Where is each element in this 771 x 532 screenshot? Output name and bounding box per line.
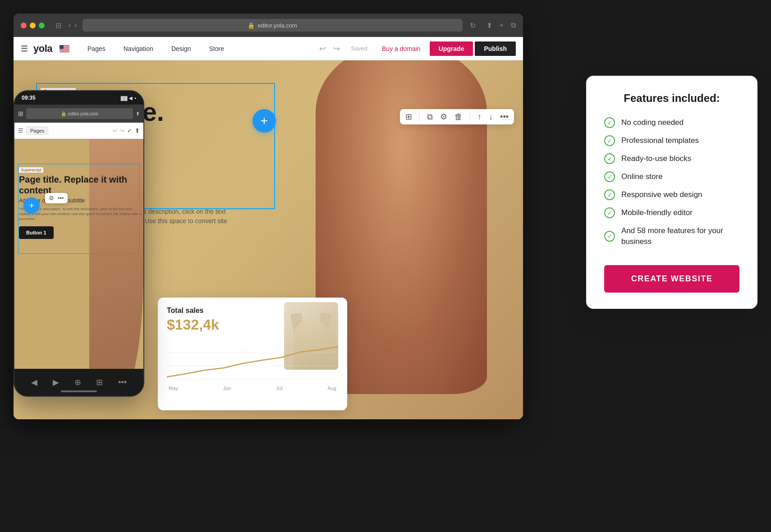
signal-icon: ▓▓ [121, 96, 128, 101]
phone-tabs-icon[interactable]: ⊞ [96, 377, 103, 387]
phone-home-indicator [61, 390, 97, 392]
svg-rect-7 [60, 45, 64, 49]
nav-back-icon[interactable]: ‹ [69, 21, 71, 29]
phone-add-tab-icon[interactable]: ⊕ [74, 377, 81, 387]
wifi-icon: ◀ [129, 96, 133, 101]
features-panel: Features included: ✓ No coding needed ✓ … [586, 76, 757, 309]
phone-forward-icon[interactable]: ▶ [53, 377, 59, 387]
maximize-button[interactable] [39, 23, 45, 28]
phone-page-title[interactable]: Page title. Replace it with content [19, 174, 143, 196]
nav-design[interactable]: Design [162, 37, 200, 60]
minimize-button[interactable] [30, 23, 36, 28]
close-button[interactable] [21, 23, 27, 28]
undo-button[interactable]: ↩ [316, 41, 330, 56]
phone-share-icon[interactable]: ⬆ [136, 111, 140, 117]
phone-screen: ⊞ 🔒 editor.yola.com ⬆ ☰ Pages ↩ ↪ ✓ ⬆ + [14, 105, 143, 369]
sales-months: May Jun Jul Aug [167, 385, 338, 391]
phone-canvas: + ⚙ ••• Superscript Page title. Replace … [14, 139, 143, 369]
toolbar-nav: Pages Navigation Design Store [78, 37, 233, 60]
language-flag[interactable] [60, 45, 69, 52]
phone-superscript: Superscript [19, 167, 43, 173]
upgrade-button[interactable]: Upgrade [430, 41, 473, 56]
features-title: Features included: [604, 92, 739, 105]
phone-lock-icon: 🔒 [61, 111, 66, 116]
new-tab-icon[interactable]: + [500, 21, 504, 30]
phone-address-bar[interactable]: 🔒 editor.yola.com [26, 108, 133, 119]
phone-more-nav-icon[interactable]: ••• [118, 378, 127, 387]
feature-text-3: Ready-to-use blocks [621, 153, 691, 164]
feature-item-2: ✓ Professional templates [604, 135, 739, 146]
nav-store[interactable]: Store [200, 37, 233, 60]
redo-button[interactable]: ↪ [330, 41, 344, 56]
delete-icon[interactable]: 🗑 [454, 112, 463, 122]
phone-status-icons: ▓▓ ◀ ▪ [121, 96, 136, 101]
feature-text-7: And 58 more features for your business [621, 225, 739, 247]
phone-check-icon[interactable]: ✓ [127, 127, 132, 134]
phone-cta-button[interactable]: Button 1 [19, 226, 54, 239]
phone-app-menu-icon[interactable]: ☰ [18, 127, 23, 134]
settings-icon[interactable]: ⚙ [440, 112, 447, 122]
sales-card: Total sales $132,4k [158, 298, 347, 410]
check-icon-7: ✓ [604, 231, 615, 242]
nav-forward-icon[interactable]: › [74, 21, 77, 29]
publish-button[interactable]: Publish [475, 41, 516, 56]
buy-domain-button[interactable]: Buy a domain [375, 45, 428, 52]
app-toolbar: ☰ yola Pages Navigation Design Store ↩ ↪… [14, 37, 523, 60]
nav-navigation[interactable]: Navigation [115, 37, 162, 60]
add-section-button[interactable]: + [252, 109, 276, 133]
duplicate-icon[interactable]: ⧉ [427, 112, 433, 122]
phone-undo-icon[interactable]: ↩ [113, 128, 117, 134]
sales-chart [167, 339, 338, 384]
phone-time: 09:35 [22, 95, 36, 101]
create-website-button[interactable]: CREATE WEBSITE [604, 265, 739, 293]
phone-redo-icon[interactable]: ↪ [120, 128, 124, 134]
feature-text-1: No coding needed [621, 117, 684, 128]
tabs-icon[interactable]: ⧉ [511, 21, 516, 30]
svg-rect-4 [60, 49, 69, 49]
menu-icon[interactable]: ☰ [21, 44, 28, 54]
nav-pages[interactable]: Pages [78, 37, 115, 60]
reload-icon[interactable]: ↻ [468, 19, 477, 32]
phone-back-icon[interactable]: ◀ [31, 377, 37, 387]
phone-menu-icon[interactable]: ⊞ [18, 110, 23, 117]
image-icon[interactable]: ⊞ [405, 112, 412, 122]
phone-share-button[interactable]: ⬆ [135, 127, 140, 134]
phone-url: editor.yola.com [68, 111, 98, 116]
yola-logo: yola [33, 43, 52, 55]
more-icon[interactable]: ••• [500, 112, 509, 122]
phone-browser-toolbar: ⊞ 🔒 editor.yola.com ⬆ [14, 105, 143, 123]
phone-more-icon[interactable]: ••• [58, 195, 64, 202]
sidebar-toggle-icon[interactable]: ⊟ [54, 19, 63, 32]
phone-settings-icon[interactable]: ⚙ [49, 195, 54, 202]
phone-pages-button[interactable]: Pages [26, 127, 48, 135]
battery-icon: ▪ [134, 96, 136, 101]
check-icon-2: ✓ [604, 135, 615, 146]
browser-nav: ‹ › [69, 21, 77, 29]
phone-status-bar: 09:35 ▓▓ ◀ ▪ [14, 91, 143, 105]
address-bar[interactable]: 🔒 editor.yola.com [83, 19, 463, 32]
feature-item-5: ✓ Responsive web design [604, 189, 739, 200]
feature-item-7: ✓ And 58 more features for your business [604, 225, 739, 247]
check-icon-6: ✓ [604, 207, 615, 218]
feature-text-6: Mobile-friendly editor [621, 207, 693, 218]
check-icon-1: ✓ [604, 117, 615, 128]
check-icon-3: ✓ [604, 153, 615, 164]
saved-status: Saved [351, 45, 367, 52]
phone-toolbar-buttons: ⬆ [136, 111, 140, 117]
share-icon[interactable]: ⬆ [486, 21, 492, 30]
check-icon-4: ✓ [604, 171, 615, 182]
floating-toolbar: ⊞ ⧉ ⚙ 🗑 ↑ ↓ ••• [400, 109, 514, 124]
svg-rect-6 [60, 51, 69, 51]
privacy-icon: 🔒 [248, 22, 255, 29]
move-up-icon[interactable]: ↑ [477, 112, 482, 122]
feature-text-5: Responsive web design [621, 189, 702, 200]
feature-item-6: ✓ Mobile-friendly editor [604, 207, 739, 218]
browser-titlebar: ⊟ ‹ › 🔒 editor.yola.com ↻ ⬆ + ⧉ [14, 14, 523, 37]
feature-text-4: Online store [621, 171, 663, 182]
feature-item-3: ✓ Ready-to-use blocks [604, 153, 739, 164]
phone-add-button[interactable]: + [23, 197, 40, 214]
feature-text-2: Professional templates [621, 135, 699, 146]
phone-app-toolbar: ☰ Pages ↩ ↪ ✓ ⬆ [14, 123, 143, 139]
move-down-icon[interactable]: ↓ [489, 112, 493, 122]
phone-mockup: 09:35 ▓▓ ◀ ▪ ⊞ 🔒 editor.yola.com ⬆ ☰ Pag… [14, 90, 144, 397]
